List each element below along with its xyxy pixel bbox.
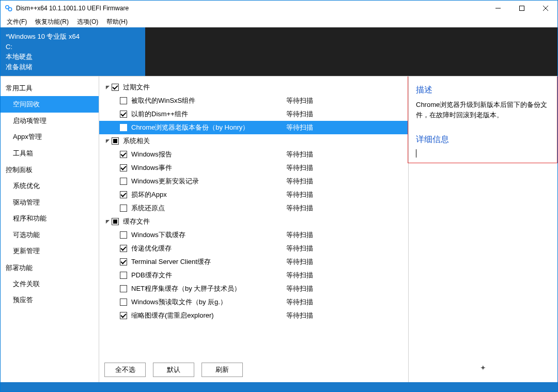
sidebar-section-head: 控制面板 bbox=[1, 161, 99, 178]
tree-group[interactable]: 缓存文件 bbox=[99, 215, 408, 228]
item-status: 等待扫描 bbox=[286, 284, 328, 293]
minimize-button[interactable] bbox=[486, 1, 510, 16]
item-label: 系统还原点 bbox=[131, 203, 286, 213]
tree-item[interactable]: 缩略图缓存(需重启explorer) 等待扫描 bbox=[99, 309, 408, 322]
item-checkbox[interactable] bbox=[120, 178, 127, 185]
item-label: 缩略图缓存(需重启explorer) bbox=[131, 311, 286, 320]
menu-help[interactable]: 帮助(H) bbox=[102, 17, 132, 27]
item-status: 等待扫描 bbox=[286, 297, 328, 307]
item-checkbox[interactable] bbox=[120, 191, 127, 198]
description-text: Chrome浏览器升级到新版本后留下的备份文件，在故障时回滚到老版本。 bbox=[416, 100, 550, 120]
tree-item[interactable]: 传递优化缓存 等待扫描 bbox=[99, 242, 408, 255]
menubar: 文件(F) 恢复功能(R) 选项(O) 帮助(H) bbox=[1, 16, 557, 27]
item-status: 等待扫描 bbox=[286, 150, 328, 159]
item-checkbox[interactable] bbox=[120, 97, 127, 104]
system-info-bar: *Windows 10 专业版 x64 C: 本地硬盘 准备就绪 bbox=[1, 27, 557, 76]
item-label: Windows事件 bbox=[131, 163, 286, 173]
item-label: Windows预读取文件（by 辰g.） bbox=[131, 297, 286, 307]
group-checkbox[interactable] bbox=[112, 84, 119, 91]
item-label: 被取代的WinSxS组件 bbox=[131, 96, 286, 105]
sidebar-item[interactable]: 工具箱 bbox=[1, 145, 99, 162]
group-checkbox[interactable] bbox=[112, 137, 119, 145]
item-status: 等待扫描 bbox=[286, 96, 328, 105]
tree-item[interactable]: Terminal Server Client缓存 等待扫描 bbox=[99, 255, 408, 269]
tree-item[interactable]: Windows报告 等待扫描 bbox=[99, 148, 408, 161]
close-button[interactable] bbox=[534, 1, 557, 16]
item-label: Chrome浏览器老版本备份（by Honry） bbox=[131, 123, 286, 132]
item-checkbox[interactable] bbox=[120, 285, 127, 292]
item-label: 以前的Dism++组件 bbox=[131, 109, 286, 119]
sidebar-item[interactable]: 驱动管理 bbox=[1, 194, 99, 211]
menu-file[interactable]: 文件(F) bbox=[3, 17, 31, 27]
tree-item[interactable]: Windows事件 等待扫描 bbox=[99, 161, 408, 175]
item-label: Terminal Server Client缓存 bbox=[131, 257, 286, 266]
item-checkbox[interactable] bbox=[120, 164, 127, 171]
item-checkbox[interactable] bbox=[120, 151, 127, 158]
item-checkbox[interactable] bbox=[120, 312, 127, 319]
tree-item[interactable]: Chrome浏览器老版本备份（by Honry） 等待扫描 bbox=[99, 121, 408, 134]
item-status: 等待扫描 bbox=[286, 271, 328, 280]
status-label: 准备就绪 bbox=[6, 62, 140, 72]
text-cursor bbox=[416, 149, 416, 158]
maximize-button[interactable] bbox=[510, 1, 534, 16]
app-icon bbox=[5, 4, 13, 12]
item-status: 等待扫描 bbox=[286, 244, 328, 253]
tree-item[interactable]: Windows预读取文件（by 辰g.） 等待扫描 bbox=[99, 295, 408, 309]
item-status: 等待扫描 bbox=[286, 163, 328, 173]
sidebar-item[interactable]: 更新管理 bbox=[1, 243, 99, 259]
sidebar-item[interactable]: Appx管理 bbox=[1, 129, 99, 145]
details-heading: 详细信息 bbox=[416, 134, 550, 145]
tree-item[interactable]: 被取代的WinSxS组件 等待扫描 bbox=[99, 94, 408, 107]
item-label: Windows下载缓存 bbox=[131, 230, 286, 240]
sidebar-item[interactable]: 系统优化 bbox=[1, 178, 99, 194]
tree-item[interactable]: NET程序集缓存（by 大胖子技术员） 等待扫描 bbox=[99, 282, 408, 295]
group-label: 缓存文件 bbox=[123, 217, 150, 226]
description-heading: 描述 bbox=[416, 85, 550, 96]
sidebar: 常用工具空间回收启动项管理Appx管理工具箱控制面板系统优化驱动管理程序和功能可… bbox=[1, 76, 99, 382]
item-status: 等待扫描 bbox=[286, 257, 328, 266]
details-panel: 描述 Chrome浏览器升级到新版本后留下的备份文件，在故障时回滚到老版本。 详… bbox=[409, 76, 557, 382]
group-label: 过期文件 bbox=[123, 83, 150, 92]
item-checkbox[interactable] bbox=[120, 231, 127, 239]
item-checkbox[interactable] bbox=[120, 245, 127, 252]
tree-item[interactable]: 系统还原点 等待扫描 bbox=[99, 201, 408, 215]
sidebar-item[interactable]: 文件关联 bbox=[1, 276, 99, 292]
item-status: 等待扫描 bbox=[286, 109, 328, 119]
sidebar-item[interactable]: 程序和功能 bbox=[1, 210, 99, 227]
item-checkbox[interactable] bbox=[120, 205, 127, 212]
item-checkbox[interactable] bbox=[120, 124, 127, 131]
os-label: *Windows 10 专业版 x64 bbox=[6, 32, 140, 42]
sidebar-item[interactable]: 启动项管理 bbox=[1, 113, 99, 129]
menu-options[interactable]: 选项(O) bbox=[73, 17, 102, 27]
expand-arrow-icon[interactable] bbox=[104, 138, 111, 144]
tree-group[interactable]: 过期文件 bbox=[99, 81, 408, 94]
tree-item[interactable]: 以前的Dism++组件 等待扫描 bbox=[99, 107, 408, 121]
tree-item[interactable]: Windows下载缓存 等待扫描 bbox=[99, 228, 408, 242]
select-none-button[interactable]: 全不选 bbox=[104, 363, 146, 377]
button-bar: 全不选 默认 刷新 bbox=[99, 357, 408, 382]
item-status: 等待扫描 bbox=[286, 203, 328, 213]
disk-label: 本地硬盘 bbox=[6, 52, 140, 62]
tree-item[interactable]: Windows更新安装记录 等待扫描 bbox=[99, 175, 408, 188]
item-label: PDB缓存文件 bbox=[131, 271, 286, 280]
item-checkbox[interactable] bbox=[120, 111, 127, 118]
expand-arrow-icon[interactable] bbox=[104, 84, 111, 90]
sidebar-item[interactable]: 可选功能 bbox=[1, 227, 99, 243]
tree-item[interactable]: PDB缓存文件 等待扫描 bbox=[99, 269, 408, 282]
tree-item[interactable]: 损坏的Appx 等待扫描 bbox=[99, 188, 408, 201]
item-checkbox[interactable] bbox=[120, 258, 127, 265]
item-label: 损坏的Appx bbox=[131, 190, 286, 199]
item-checkbox[interactable] bbox=[120, 272, 127, 279]
refresh-button[interactable]: 刷新 bbox=[202, 363, 243, 377]
default-button[interactable]: 默认 bbox=[153, 363, 194, 377]
item-status: 等待扫描 bbox=[286, 230, 328, 240]
item-checkbox[interactable] bbox=[120, 299, 127, 306]
expand-arrow-icon[interactable] bbox=[104, 218, 111, 225]
sidebar-item[interactable]: 空间回收 bbox=[1, 96, 99, 113]
tree-group[interactable]: 系统相关 bbox=[99, 134, 408, 148]
svg-rect-3 bbox=[520, 6, 524, 11]
menu-recovery[interactable]: 恢复功能(R) bbox=[31, 17, 73, 27]
group-checkbox[interactable] bbox=[112, 218, 119, 225]
sidebar-section-head: 常用工具 bbox=[1, 80, 99, 96]
sidebar-item[interactable]: 预应答 bbox=[1, 292, 99, 308]
